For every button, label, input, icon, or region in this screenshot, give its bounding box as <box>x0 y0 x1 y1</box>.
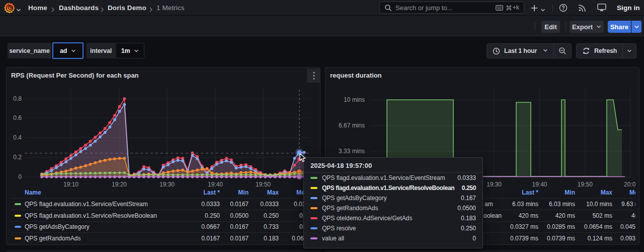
svg-text:3.33 mins: 3.33 mins <box>339 148 365 155</box>
svg-text:0.2: 0.2 <box>13 154 22 161</box>
svg-text:19:50: 19:50 <box>578 181 593 188</box>
svg-text:0: 0 <box>18 173 22 180</box>
svg-text:0.8: 0.8 <box>13 95 22 102</box>
svg-text:19:50: 19:50 <box>256 181 271 188</box>
svg-text:10 mins: 10 mins <box>344 96 365 103</box>
svg-text:0.4: 0.4 <box>13 134 22 141</box>
svg-text:20:00: 20:00 <box>624 181 639 188</box>
svg-text:19:10: 19:10 <box>63 181 78 188</box>
svg-text:19:20: 19:20 <box>112 181 127 188</box>
svg-text:0.6: 0.6 <box>13 114 22 121</box>
svg-text:19:40: 19:40 <box>208 181 223 188</box>
svg-text:6.67 mins: 6.67 mins <box>339 122 365 129</box>
svg-text:19:30: 19:30 <box>487 181 502 188</box>
svg-text:19:40: 19:40 <box>532 181 547 188</box>
svg-text:19:30: 19:30 <box>159 181 175 188</box>
